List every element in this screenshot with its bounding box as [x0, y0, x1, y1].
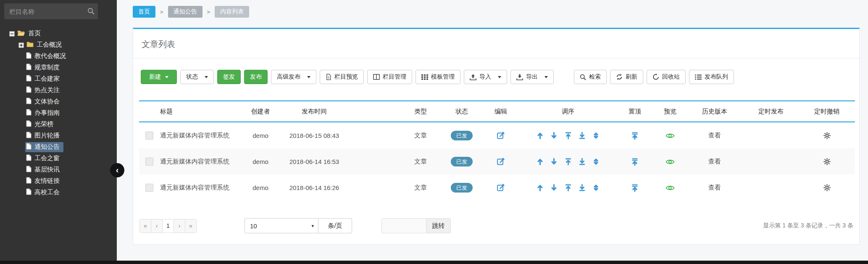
arrows-vertical-icon[interactable]: [592, 132, 600, 139]
row-checkbox[interactable]: [145, 158, 153, 166]
chevron-down-icon: ▾: [311, 223, 314, 229]
tree-item[interactable]: 办事指南: [0, 107, 117, 119]
arrows-vertical-icon[interactable]: [592, 158, 600, 165]
tree-item-label: 基层快讯: [34, 166, 60, 174]
grid-icon: [421, 74, 428, 80]
chevron-left-icon: ‹: [116, 166, 119, 174]
file-icon: [26, 86, 32, 94]
tree-item[interactable]: 热点关注: [0, 84, 117, 96]
chevron-down-icon: [205, 76, 208, 78]
arrow-up-icon[interactable]: [537, 132, 544, 139]
arrow-to-bottom-icon[interactable]: [579, 184, 586, 191]
row-type: 文章: [399, 174, 442, 201]
row-title[interactable]: 通元新媒体内容管理系统: [159, 174, 236, 201]
arrow-to-top-icon[interactable]: [565, 184, 572, 191]
arrow-down-icon[interactable]: [550, 132, 558, 139]
jump-page-input[interactable]: [381, 218, 426, 233]
export-dropdown[interactable]: 导出: [510, 70, 554, 84]
jump-button[interactable]: 跳转: [426, 218, 451, 233]
pagination: « ‹ 1 › » 10 ▾ 条/页 跳转 显示第 1 条至 3 条记录，一共 …: [139, 218, 853, 233]
arrow-to-top-icon[interactable]: [565, 132, 572, 139]
collapse-minus-icon[interactable]: [9, 31, 15, 36]
file-icon: [26, 98, 32, 106]
tree-item[interactable]: 工会建家: [0, 73, 117, 84]
row-publish-time: 2018-06-15 08:43: [285, 122, 343, 148]
column-preview-button[interactable]: 栏目预览: [320, 70, 364, 84]
row-checkbox[interactable]: [145, 132, 153, 140]
page-prev-button[interactable]: ‹: [151, 219, 163, 233]
search-button[interactable]: 检索: [574, 70, 607, 84]
import-dropdown[interactable]: 导入: [464, 70, 507, 84]
gear-icon[interactable]: [823, 158, 831, 165]
edit-pencil-icon[interactable]: [497, 131, 505, 140]
gear-icon[interactable]: [823, 184, 831, 191]
eye-icon[interactable]: [665, 158, 675, 165]
arrow-up-icon[interactable]: [537, 184, 544, 191]
arrow-to-top-icon[interactable]: [565, 158, 572, 165]
pin-to-top-icon[interactable]: [631, 158, 639, 166]
breadcrumb-current[interactable]: 内容列表: [215, 6, 249, 18]
edit-pencil-icon[interactable]: [497, 157, 505, 166]
publish-queue-button[interactable]: 发布队列: [689, 70, 734, 84]
sidebar-collapse-handle[interactable]: ‹: [110, 163, 124, 177]
breadcrumb-home[interactable]: 首页: [133, 6, 155, 18]
tree-item-label: 友情链接: [34, 177, 60, 185]
row-type: 文章: [399, 122, 442, 148]
eye-icon[interactable]: [665, 185, 675, 191]
new-button[interactable]: 新建: [141, 70, 177, 84]
edit-pencil-icon[interactable]: [497, 183, 505, 192]
row-checkbox[interactable]: [145, 184, 153, 192]
header-publish-time: 发布时间: [285, 101, 343, 122]
pin-to-top-icon[interactable]: [631, 132, 639, 140]
page-first-button[interactable]: «: [139, 219, 151, 233]
status-dropdown[interactable]: 状态: [180, 70, 214, 84]
tree-item[interactable]: 友情链接: [0, 175, 117, 187]
history-view-link[interactable]: 查看: [708, 158, 721, 165]
page-number-button[interactable]: 1: [162, 219, 174, 233]
history-view-link[interactable]: 查看: [708, 184, 721, 191]
publish-button[interactable]: 发布: [244, 70, 268, 84]
file-icon: [26, 63, 32, 71]
breadcrumb-separator: >: [207, 9, 210, 15]
header-preview: 预览: [654, 101, 686, 122]
tree-item-label: 光荣榜: [34, 120, 53, 128]
tree-item[interactable]: 文体协会: [0, 96, 117, 107]
page-next-button[interactable]: ›: [174, 219, 185, 233]
table-row: 通元新媒体内容管理系统 demo 2018-06-14 16:53 文章 已发: [139, 148, 855, 174]
row-title[interactable]: 通元新媒体内容管理系统: [159, 148, 236, 174]
template-manage-button[interactable]: 模板管理: [416, 70, 460, 84]
pin-to-top-icon[interactable]: [631, 184, 639, 192]
header-spacer: [343, 101, 399, 122]
tree-item[interactable]: 光荣榜: [0, 119, 117, 130]
eye-icon[interactable]: [665, 132, 675, 139]
tree-item[interactable]: 工会之窗: [0, 153, 117, 164]
history-view-link[interactable]: 查看: [708, 132, 721, 139]
row-title[interactable]: 通元新媒体内容管理系统: [159, 122, 236, 148]
arrow-down-icon[interactable]: [550, 158, 558, 165]
refresh-button[interactable]: 刷新: [610, 70, 643, 84]
arrow-up-icon[interactable]: [537, 158, 544, 165]
gear-icon[interactable]: [823, 132, 831, 139]
tree-item[interactable]: 基层快讯: [0, 164, 117, 175]
expand-plus-icon[interactable]: [18, 42, 24, 48]
tree-item[interactable]: 教代会概况: [0, 50, 117, 62]
arrow-to-bottom-icon[interactable]: [579, 158, 586, 165]
page-last-button[interactable]: »: [185, 219, 197, 233]
arrow-down-icon[interactable]: [550, 184, 558, 191]
arrows-vertical-icon[interactable]: [592, 184, 600, 191]
tree-item-folder[interactable]: 工会概况: [0, 39, 117, 50]
advanced-publish-dropdown[interactable]: 高级发布: [271, 70, 316, 84]
column-manage-button[interactable]: 栏目管理: [367, 70, 412, 84]
search-icon[interactable]: [87, 8, 95, 16]
breadcrumb-section[interactable]: 通知公告: [168, 6, 203, 18]
tree-item[interactable]: 图片轮播: [0, 130, 117, 141]
tree-item[interactable]: 高校工会: [0, 187, 117, 198]
tree-item-home[interactable]: 首页: [0, 28, 117, 39]
tree-item-selected[interactable]: 通知公告: [0, 141, 117, 153]
page-size-select[interactable]: 10 ▾: [245, 218, 318, 233]
tree-item[interactable]: 规章制度: [0, 62, 117, 73]
arrow-to-bottom-icon[interactable]: [579, 132, 586, 139]
tree-item-label: 办事指南: [34, 109, 60, 117]
recycle-bin-button[interactable]: 回收站: [647, 70, 686, 84]
sign-button[interactable]: 签发: [217, 70, 241, 84]
